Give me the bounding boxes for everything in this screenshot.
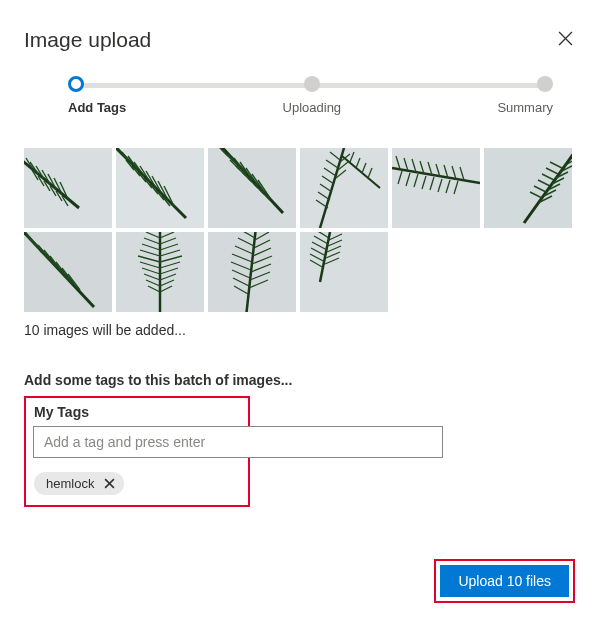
step-uploading: Uploading (283, 76, 342, 118)
svg-rect-0 (24, 148, 112, 228)
dialog-header: Image upload (24, 28, 575, 52)
tag-chip[interactable]: hemlock (34, 472, 124, 495)
image-thumbnail[interactable] (300, 148, 388, 228)
my-tags-title: My Tags (34, 404, 240, 420)
step-dot (537, 76, 553, 92)
svg-rect-46 (300, 148, 388, 228)
step-dot (304, 76, 320, 92)
tag-remove-button[interactable] (102, 477, 116, 491)
tag-input[interactable] (33, 426, 443, 458)
image-thumbnail[interactable] (208, 232, 296, 312)
tag-chip-label: hemlock (46, 476, 94, 491)
my-tags-section: My Tags hemlock (24, 396, 250, 507)
footer-actions: Upload 10 files (434, 559, 575, 603)
image-upload-dialog: Image upload Add Tags Uploading Summary (0, 0, 599, 625)
step-label: Uploading (283, 100, 342, 115)
add-tags-prompt: Add some tags to this batch of images... (24, 372, 575, 388)
image-thumbnail[interactable] (116, 148, 204, 228)
image-thumbnail[interactable] (116, 232, 204, 312)
images-added-text: 10 images will be added... (24, 322, 575, 338)
image-thumbnail[interactable] (208, 148, 296, 228)
svg-rect-146 (300, 232, 388, 312)
thumbnail-grid (24, 148, 575, 312)
step-label: Summary (497, 100, 553, 115)
upload-files-button[interactable]: Upload 10 files (440, 565, 569, 597)
close-icon (558, 31, 573, 46)
image-thumbnail[interactable] (392, 148, 480, 228)
svg-rect-31 (208, 148, 296, 228)
progress-stepper: Add Tags Uploading Summary (24, 76, 575, 118)
image-thumbnail[interactable] (24, 148, 112, 228)
image-thumbnail[interactable] (484, 148, 572, 228)
step-label: Add Tags (68, 100, 126, 115)
close-button[interactable] (555, 28, 575, 48)
close-icon (104, 478, 115, 489)
svg-rect-93 (24, 232, 112, 312)
dialog-title: Image upload (24, 28, 151, 52)
image-thumbnail[interactable] (300, 232, 388, 312)
step-add-tags: Add Tags (68, 76, 126, 118)
step-summary: Summary (497, 76, 553, 118)
tag-chip-row: hemlock (34, 472, 240, 495)
image-thumbnail[interactable] (24, 232, 112, 312)
step-dot (68, 76, 84, 92)
